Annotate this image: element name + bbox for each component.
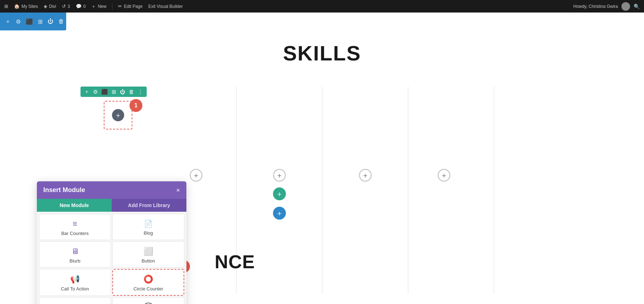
col-divider-3: [408, 87, 408, 294]
plus-icon: ＋: [91, 3, 96, 10]
wp-logo[interactable]: ⊞: [4, 4, 8, 9]
module-item-comments[interactable]: 💬 Comments: [112, 297, 184, 304]
new-menu[interactable]: ＋ New: [91, 3, 106, 10]
module-item-blog[interactable]: 📄 Blog: [112, 214, 184, 240]
tab-new-module[interactable]: New Module: [37, 199, 112, 212]
col-add-btn-1[interactable]: ＋: [190, 169, 203, 182]
divi-icon: ◈: [44, 4, 47, 9]
main-content: SKILLS ＋ ⚙ ⬛ ⊞ ⏻ 🗑 ⋮ ＋ 1 ＋ ＋ ＋ ＋: [0, 30, 644, 304]
panel-close-button[interactable]: ×: [176, 187, 180, 193]
wordpress-icon: ⊞: [4, 4, 8, 9]
add-module-placeholder: ＋: [104, 101, 132, 129]
add-section-icon[interactable]: ＋: [5, 18, 11, 25]
module-item-circle-counter[interactable]: ⭕ Circle Counter: [112, 269, 184, 296]
settings-icon[interactable]: ⚙: [16, 18, 21, 25]
comments-icon: 💬: [76, 4, 82, 9]
panel-tabs: New Module Add From Library: [37, 199, 186, 212]
col-delete-icon[interactable]: 🗑: [129, 89, 134, 95]
avatar: [621, 2, 630, 11]
my-sites-menu[interactable]: 🏠 My Sites: [14, 4, 38, 9]
col-add-icon[interactable]: ＋: [84, 88, 89, 95]
admin-bar-right: Howdy, Christina Gwira 🔍: [574, 2, 640, 11]
col-add-btn-2[interactable]: ＋: [273, 169, 286, 182]
exit-builder-btn[interactable]: Exit Visual Builder: [148, 4, 183, 9]
insert-module-panel: Insert Module × New Module Add From Libr…: [37, 181, 186, 304]
grid-icon[interactable]: ⊞: [38, 18, 43, 25]
panel-body: ≡ Bar Counters 📄 Blog 🖥 Blurb ⬜ Button: [37, 212, 186, 304]
col-divider-2: [322, 87, 322, 294]
layout-icon[interactable]: ⬛: [26, 18, 33, 25]
col-power-icon[interactable]: ⏻: [120, 89, 125, 95]
module-item-bar-counters[interactable]: ≡ Bar Counters: [39, 214, 111, 240]
button-icon: ⬜: [143, 247, 153, 256]
howdy-text: Howdy, Christina Gwira: [574, 4, 618, 9]
edit-page-btn[interactable]: ✏ Edit Page: [118, 4, 142, 9]
cta-icon: 📢: [70, 275, 80, 284]
home-icon: 🏠: [14, 4, 20, 9]
comments-icon-mod: 💬: [143, 303, 153, 304]
blue-add-btn[interactable]: ＋: [273, 207, 286, 220]
col-layout-icon[interactable]: ⬛: [101, 89, 108, 95]
module-item-code[interactable]: </> Code: [39, 297, 111, 304]
skills-heading: SKILLS: [0, 41, 644, 65]
circle-counter-icon: ⭕: [143, 275, 153, 284]
builder-toolbar: ＋ ⚙ ⬛ ⊞ ⏻ 🗑 ⋮: [0, 13, 66, 30]
delete-icon[interactable]: 🗑: [58, 18, 64, 25]
module-item-blurb[interactable]: 🖥 Blurb: [39, 241, 111, 268]
col-divider-4: [494, 87, 494, 294]
power-icon[interactable]: ⏻: [48, 18, 53, 25]
updates-menu[interactable]: ↺ 3: [62, 4, 70, 9]
right-content: NCE PRODUCT DESIGNER Elegant Themes Inc.…: [215, 251, 282, 304]
add-module-button[interactable]: ＋: [112, 109, 124, 121]
col-add-btn-3[interactable]: ＋: [359, 169, 372, 182]
col-add-btn-4[interactable]: ＋: [438, 169, 450, 182]
more-icon[interactable]: ⋮: [69, 18, 75, 25]
bar-counters-icon: ≡: [73, 219, 77, 229]
module-item-button[interactable]: ⬜ Button: [112, 241, 184, 268]
step-badge-1: 1: [130, 99, 142, 112]
col-toolbar: ＋ ⚙ ⬛ ⊞ ⏻ 🗑 ⋮: [80, 87, 147, 97]
panel-title: Insert Module: [43, 186, 85, 194]
green-add-btn[interactable]: ＋: [273, 187, 286, 200]
separator: [112, 3, 112, 10]
blurb-icon: 🖥: [71, 247, 79, 256]
panel-header: Insert Module ×: [37, 181, 186, 199]
divi-menu[interactable]: ◈ Divi: [44, 4, 56, 9]
comments-menu[interactable]: 💬 0: [76, 4, 86, 9]
edit-icon: ✏: [118, 4, 122, 9]
search-icon[interactable]: 🔍: [634, 4, 640, 9]
experience-title: NCE: [215, 251, 282, 273]
admin-bar: ⊞ 🏠 My Sites ◈ Divi ↺ 3 💬 0 ＋ New ✏ Edit…: [0, 0, 644, 13]
module-row: ＋ ⚙ ⬛ ⊞ ⏻ 🗑 ⋮ ＋ 1 ＋ ＋ ＋ ＋ ＋ ＋: [0, 79, 644, 304]
tab-add-from-library[interactable]: Add From Library: [112, 199, 186, 212]
blog-icon: 📄: [144, 220, 153, 228]
module-item-call-to-action[interactable]: 📢 Call To Action: [39, 269, 111, 296]
col-grid-icon[interactable]: ⊞: [112, 89, 116, 95]
updates-icon: ↺: [62, 4, 66, 9]
col-settings-icon[interactable]: ⚙: [93, 89, 98, 95]
col-more-icon[interactable]: ⋮: [138, 89, 143, 95]
